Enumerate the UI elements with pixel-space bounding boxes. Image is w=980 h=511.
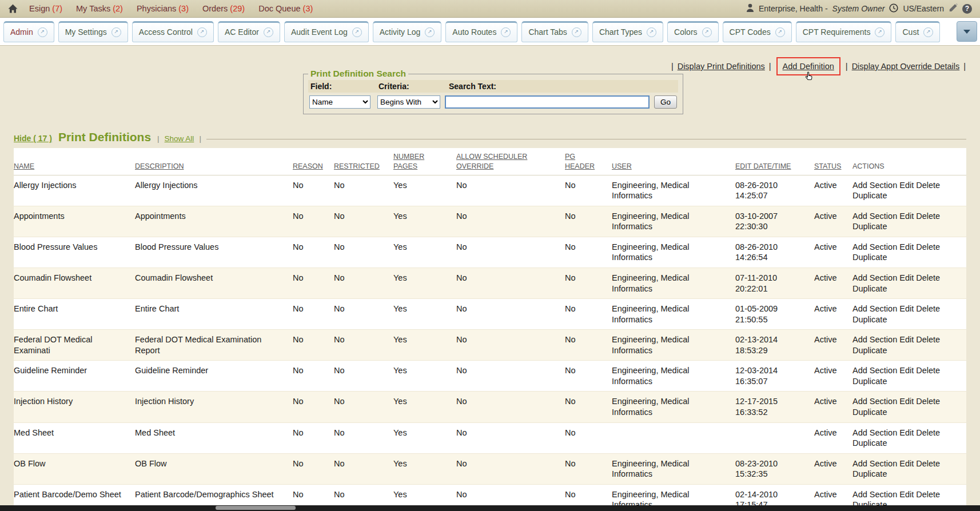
row-action-delete[interactable]: Delete (916, 335, 940, 344)
popout-icon[interactable]: ↗ (425, 27, 435, 37)
row-action-duplicate[interactable]: Duplicate (852, 315, 887, 324)
wand-icon[interactable] (949, 3, 958, 14)
topbar-item-my-tasks[interactable]: My Tasks (2) (76, 4, 123, 13)
row-action-duplicate[interactable]: Duplicate (852, 438, 887, 448)
column-header-pg-header[interactable]: PG HEADER (565, 148, 612, 175)
tab-access-control[interactable]: Access Control↗ (132, 21, 214, 42)
topbar-item-orders[interactable]: Orders (29) (202, 4, 245, 13)
row-action-edit[interactable]: Edit (899, 304, 914, 313)
row-action-delete[interactable]: Delete (916, 366, 940, 375)
row-action-duplicate[interactable]: Duplicate (852, 408, 887, 417)
row-action-duplicate[interactable]: Duplicate (852, 346, 887, 355)
row-action-add-section[interactable]: Add Section (852, 366, 897, 375)
popout-icon[interactable]: ↗ (702, 27, 712, 37)
row-action-add-section[interactable]: Add Section (852, 490, 897, 499)
popout-icon[interactable]: ↗ (875, 27, 885, 37)
tab-overflow-button[interactable] (957, 21, 977, 42)
row-action-delete[interactable]: Delete (916, 242, 940, 251)
tab-colors[interactable]: Colors↗ (667, 21, 718, 42)
help-icon[interactable]: ? (962, 4, 972, 14)
row-action-duplicate[interactable]: Duplicate (852, 377, 887, 386)
column-header-name[interactable]: NAME (14, 148, 135, 175)
scrollbar-thumb[interactable] (216, 506, 296, 510)
popout-icon[interactable]: ↗ (264, 27, 273, 37)
row-action-edit[interactable]: Edit (899, 211, 914, 221)
row-action-edit[interactable]: Edit (899, 242, 914, 251)
row-action-add-section[interactable]: Add Section (852, 304, 897, 313)
row-action-duplicate[interactable]: Duplicate (852, 284, 887, 293)
row-action-add-section[interactable]: Add Section (852, 335, 897, 344)
tab-audit-event-log[interactable]: Audit Event Log↗ (284, 21, 369, 42)
tab-ac-editor[interactable]: AC Editor↗ (218, 21, 280, 42)
horizontal-scrollbar[interactable] (0, 505, 980, 511)
tab-chart-types[interactable]: Chart Types↗ (592, 21, 663, 42)
row-action-add-section[interactable]: Add Section (852, 273, 897, 282)
column-header-number-pages[interactable]: NUMBER PAGES (393, 148, 456, 175)
column-header-reason[interactable]: REASON (293, 148, 334, 175)
popout-icon[interactable]: ↗ (501, 27, 511, 37)
row-action-edit[interactable]: Edit (899, 459, 914, 468)
row-action-duplicate[interactable]: Duplicate (852, 253, 887, 262)
popout-icon[interactable]: ↗ (775, 27, 785, 37)
row-action-delete[interactable]: Delete (916, 304, 940, 313)
popout-icon[interactable]: ↗ (111, 27, 121, 37)
topbar-item-esign[interactable]: Esign (7) (29, 4, 62, 13)
topbar-item-physicians[interactable]: Physicians (3) (137, 4, 189, 13)
row-action-delete[interactable]: Delete (916, 490, 940, 499)
row-action-delete[interactable]: Delete (916, 428, 940, 437)
link-display-appt-override-details[interactable]: Display Appt Override Details (852, 62, 960, 71)
column-header-edit-date-time[interactable]: EDIT DATE/TIME (735, 148, 814, 175)
search-text-input[interactable] (445, 95, 650, 109)
row-action-edit[interactable]: Edit (899, 428, 914, 437)
tab-cust[interactable]: Cust↗ (895, 21, 940, 42)
column-header-restricted[interactable]: RESTRICTED (334, 148, 393, 175)
go-button[interactable]: Go (654, 95, 677, 109)
row-action-delete[interactable]: Delete (916, 397, 940, 406)
row-action-delete[interactable]: Delete (916, 211, 940, 221)
tab-auto-routes[interactable]: Auto Routes↗ (445, 21, 517, 42)
topbar-item-doc-queue[interactable]: Doc Queue (3) (258, 4, 313, 13)
popout-icon[interactable]: ↗ (572, 27, 581, 37)
row-action-duplicate[interactable]: Duplicate (852, 222, 887, 231)
column-header-user[interactable]: USER (612, 148, 735, 175)
row-action-add-section[interactable]: Add Section (852, 428, 897, 437)
tab-cpt-requirements[interactable]: CPT Requirements↗ (796, 21, 892, 42)
row-action-delete[interactable]: Delete (916, 181, 940, 190)
column-header-status[interactable]: STATUS (814, 148, 852, 175)
popout-icon[interactable]: ↗ (647, 27, 656, 37)
tab-admin[interactable]: Admin↗ (3, 21, 54, 42)
row-action-edit[interactable]: Edit (899, 273, 914, 282)
row-action-add-section[interactable]: Add Section (852, 242, 897, 251)
popout-icon[interactable]: ↗ (38, 27, 47, 37)
show-all-link[interactable]: Show All (165, 134, 194, 143)
row-action-add-section[interactable]: Add Section (852, 397, 897, 406)
row-action-delete[interactable]: Delete (916, 273, 940, 282)
field-select[interactable]: Name (309, 95, 371, 109)
home-icon[interactable] (8, 4, 18, 13)
row-action-add-section[interactable]: Add Section (852, 181, 897, 190)
column-header-description[interactable]: DESCRIPTION (135, 148, 293, 175)
row-action-add-section[interactable]: Add Section (852, 211, 897, 221)
row-action-add-section[interactable]: Add Section (852, 459, 897, 468)
tab-cpt-codes[interactable]: CPT Codes↗ (723, 21, 792, 42)
criteria-select[interactable]: Begins With (377, 95, 440, 109)
popout-icon[interactable]: ↗ (197, 27, 207, 37)
column-header-allow-scheduler-override[interactable]: ALLOW SCHEDULER OVERRIDE (456, 148, 565, 175)
row-action-edit[interactable]: Edit (899, 366, 914, 375)
timezone-label[interactable]: US/Eastern (903, 4, 944, 13)
row-action-edit[interactable]: Edit (899, 335, 914, 344)
row-action-delete[interactable]: Delete (916, 459, 940, 468)
link-add-definition[interactable]: Add Definition (783, 62, 834, 71)
tab-chart-tabs[interactable]: Chart Tabs↗ (521, 21, 588, 42)
row-action-duplicate[interactable]: Duplicate (852, 191, 887, 200)
link-display-print-definitions[interactable]: Display Print Definitions (678, 62, 765, 71)
row-action-duplicate[interactable]: Duplicate (852, 469, 887, 478)
tab-my-settings[interactable]: My Settings↗ (58, 21, 128, 42)
hide-link[interactable]: Hide ( 17 ) (14, 134, 52, 143)
tab-activity-log[interactable]: Activity Log↗ (373, 21, 442, 42)
row-action-edit[interactable]: Edit (899, 490, 914, 499)
popout-icon[interactable]: ↗ (923, 27, 933, 37)
row-action-edit[interactable]: Edit (899, 181, 914, 190)
row-action-edit[interactable]: Edit (899, 397, 914, 406)
popout-icon[interactable]: ↗ (352, 27, 362, 37)
